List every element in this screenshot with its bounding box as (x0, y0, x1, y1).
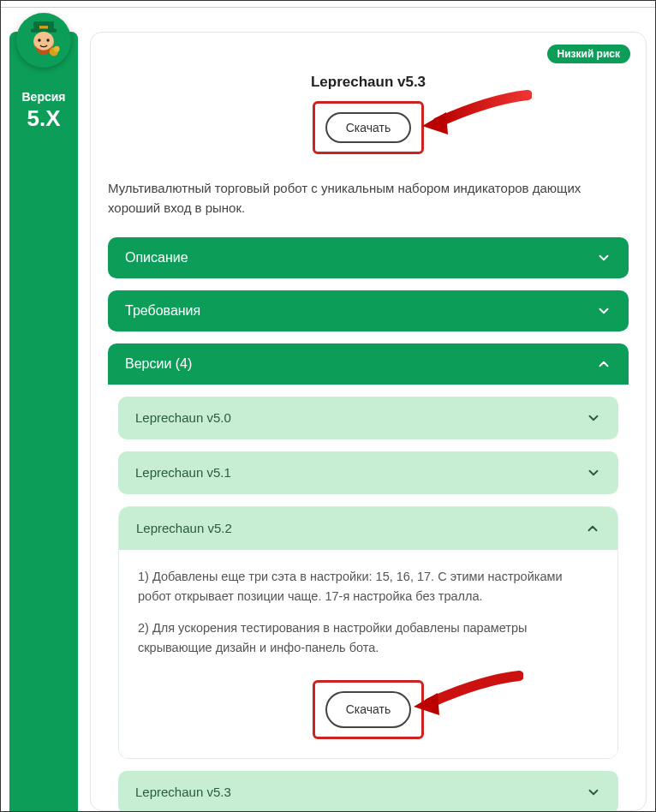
accordion-requirements[interactable]: Требования (108, 290, 629, 331)
svg-rect-3 (39, 26, 48, 28)
version-download-row: Скачать (138, 670, 599, 738)
download-highlight-box: Скачать (313, 101, 425, 154)
leprechaun-avatar (16, 13, 71, 68)
svg-marker-10 (414, 693, 439, 715)
version-name: Leprechaun v5.3 (135, 785, 231, 799)
chevron-up-icon (596, 356, 611, 372)
chevron-up-icon (585, 521, 600, 536)
version-name: Leprechaun v5.2 (136, 521, 232, 535)
title-row: Leprechaun v5.3 Скачать (108, 74, 629, 154)
version-item-5-2[interactable]: Leprechaun v5.2 (119, 507, 617, 550)
svg-point-5 (38, 39, 40, 41)
accordion-description-label: Описание (125, 250, 188, 266)
chevron-down-icon (596, 250, 611, 266)
svg-point-6 (46, 39, 49, 41)
changelog-note: 1) Добавлены еще три сэта в настройки: 1… (138, 567, 599, 606)
chevron-down-icon (596, 303, 611, 319)
risk-badge: Низкий риск (547, 45, 631, 63)
version-name: Leprechaun v5.0 (135, 410, 231, 425)
download-highlight-box: Скачать (313, 680, 425, 738)
product-title: Leprechaun v5.3 (108, 74, 629, 91)
leprechaun-icon (21, 17, 67, 63)
chevron-down-icon (586, 785, 601, 800)
chevron-down-icon (586, 465, 601, 481)
version-item-5-0[interactable]: Leprechaun v5.0 (118, 397, 618, 439)
top-divider (1, 1, 655, 8)
svg-marker-9 (422, 112, 448, 134)
annotation-arrow-icon (412, 667, 523, 719)
version-item-5-2-expanded: Leprechaun v5.2 1) Добавлены еще три сэт… (118, 506, 618, 759)
accordion-versions[interactable]: Версии (4) (108, 343, 629, 385)
version-item-5-3[interactable]: Leprechaun v5.3 (118, 771, 618, 811)
version-download-button[interactable]: Скачать (325, 691, 412, 727)
sidebar-version-number: 5.X (9, 105, 78, 132)
product-card: Низкий риск Leprechaun v5.3 Скачать Муль… (90, 32, 647, 811)
download-button[interactable]: Скачать (325, 112, 412, 143)
sidebar: Версия 5.X (9, 32, 78, 811)
version-item-5-1[interactable]: Leprechaun v5.1 (118, 451, 618, 494)
page-container: Версия 5.X Низкий риск Leprechaun v5.3 С… (1, 8, 655, 811)
accordion-group: Описание Требования Версии (4) Leprechau… (108, 237, 629, 812)
accordion-description[interactable]: Описание (108, 237, 629, 278)
chevron-down-icon (586, 410, 601, 426)
version-5-2-notes: 1) Добавлены еще три сэта в настройки: 1… (119, 550, 617, 758)
main-content: Низкий риск Leprechaun v5.3 Скачать Муль… (78, 8, 655, 811)
accordion-versions-label: Версии (4) (125, 356, 192, 372)
version-name: Leprechaun v5.1 (135, 465, 231, 480)
product-description: Мультивалютный торговый робот с уникальн… (108, 178, 629, 218)
svg-point-8 (54, 46, 60, 52)
versions-list: Leprechaun v5.0 Leprechaun v5.1 Leprecha… (108, 385, 629, 812)
sidebar-version-label: Версия (9, 90, 78, 104)
annotation-arrow-icon (420, 87, 532, 138)
changelog-note: 2) Для ускорения тестирования в настройк… (138, 618, 599, 658)
accordion-requirements-label: Требования (125, 303, 200, 319)
